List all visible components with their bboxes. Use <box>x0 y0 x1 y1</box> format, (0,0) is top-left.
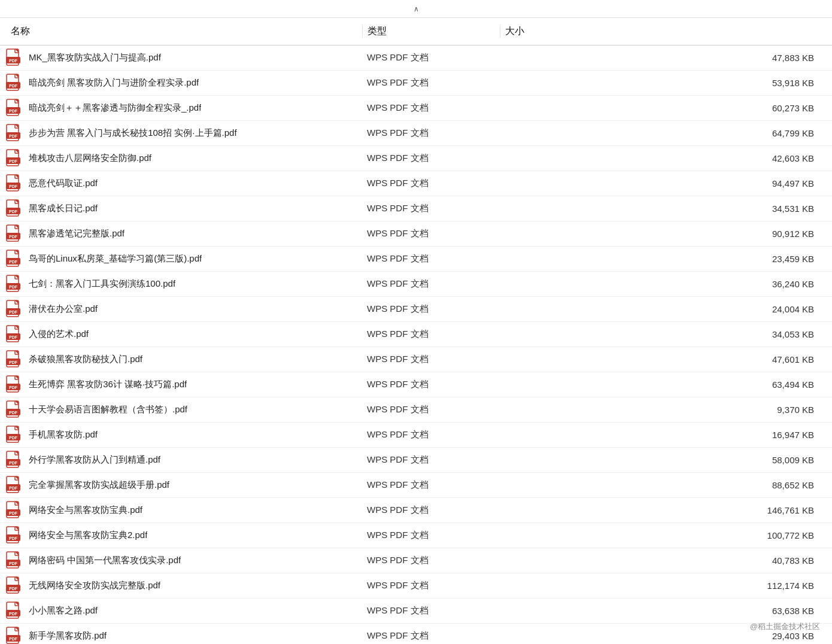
file-size: 60,273 KB <box>500 103 826 113</box>
file-name: 黑客成长日记.pdf <box>29 203 98 214</box>
file-size: 9,370 KB <box>500 405 826 415</box>
table-row[interactable]: PDF 堆栈攻击八层网络安全防御.pdf WPS PDF 文档 42,603 K… <box>0 146 832 171</box>
svg-text:PDF: PDF <box>9 385 18 390</box>
file-type: WPS PDF 文档 <box>362 153 500 164</box>
table-row[interactable]: PDF 网络安全与黑客攻防宝典2.pdf WPS PDF 文档 100,772 … <box>0 523 832 548</box>
file-type: WPS PDF 文档 <box>362 228 500 239</box>
table-row[interactable]: PDF 外行学黑客攻防从入门到精通.pdf WPS PDF 文档 58,009 … <box>0 448 832 473</box>
file-list: PDF MK_黑客攻防实战入门与提高.pdf WPS PDF 文档 47,883… <box>0 45 832 644</box>
table-row[interactable]: PDF 十天学会易语言图解教程（含书签）.pdf WPS PDF 文档 9,37… <box>0 397 832 423</box>
svg-text:PDF: PDF <box>9 436 18 440</box>
file-name: 步步为营 黑客入门与成长秘技108招 实例·上手篇.pdf <box>29 127 237 139</box>
pdf-icon: PDF <box>6 250 23 269</box>
table-row[interactable]: PDF 入侵的艺术.pdf WPS PDF 文档 34,053 KB <box>0 322 832 347</box>
file-size: 40,783 KB <box>500 555 826 566</box>
table-row[interactable]: PDF 黑客渗透笔记完整版.pdf WPS PDF 文档 90,912 KB <box>0 221 832 247</box>
file-name: 网络安全与黑客攻防宝典.pdf <box>29 505 142 516</box>
file-type: WPS PDF 文档 <box>362 203 500 214</box>
file-name: 十天学会易语言图解教程（含书签）.pdf <box>29 404 187 415</box>
pdf-icon: PDF <box>6 602 23 621</box>
file-type: WPS PDF 文档 <box>362 278 500 290</box>
table-row[interactable]: PDF 恶意代码取证.pdf WPS PDF 文档 94,497 KB <box>0 171 832 196</box>
pdf-icon: PDF <box>6 275 23 294</box>
table-row[interactable]: PDF 手机黑客攻防.pdf WPS PDF 文档 16,947 KB <box>0 423 832 448</box>
file-type: WPS PDF 文档 <box>362 454 500 466</box>
header-type-col[interactable]: 类型 <box>362 25 500 38</box>
pdf-icon: PDF <box>6 199 23 218</box>
table-row[interactable]: PDF MK_黑客攻防实战入门与提高.pdf WPS PDF 文档 47,883… <box>0 45 832 71</box>
file-name: 恶意代码取证.pdf <box>29 178 98 189</box>
svg-text:PDF: PDF <box>9 511 18 515</box>
svg-text:PDF: PDF <box>9 134 18 138</box>
pdf-icon: PDF <box>6 99 23 118</box>
svg-text:PDF: PDF <box>9 587 18 591</box>
pdf-icon: PDF <box>6 350 23 369</box>
svg-text:PDF: PDF <box>9 612 18 616</box>
pdf-icon: PDF <box>6 551 23 570</box>
file-name: 网络密码 中国第一代黑客攻伐实录.pdf <box>29 555 181 566</box>
file-name-cell: PDF 暗战亮剑＋＋黑客渗透与防御全程实录_.pdf <box>6 99 362 118</box>
file-size: 94,497 KB <box>500 178 826 189</box>
svg-text:PDF: PDF <box>9 184 18 189</box>
file-size: 146,761 KB <box>500 505 826 515</box>
table-row[interactable]: PDF 潜伏在办公室.pdf WPS PDF 文档 24,004 KB <box>0 297 832 322</box>
file-type: WPS PDF 文档 <box>362 555 500 566</box>
file-name-cell: PDF 完全掌握黑客攻防实战超级手册.pdf <box>6 476 362 495</box>
pdf-icon: PDF <box>6 426 23 445</box>
table-row[interactable]: PDF 新手学黑客攻防.pdf WPS PDF 文档 29,403 KB <box>0 624 832 644</box>
file-size: 36,240 KB <box>500 279 826 289</box>
file-name-cell: PDF 新手学黑客攻防.pdf <box>6 627 362 645</box>
pdf-icon: PDF <box>6 375 23 394</box>
pdf-icon: PDF <box>6 149 23 168</box>
table-row[interactable]: PDF 暗战亮剑＋＋黑客渗透与防御全程实录_.pdf WPS PDF 文档 60… <box>0 96 832 121</box>
file-size: 112,174 KB <box>500 581 826 591</box>
file-name: 网络安全与黑客攻防宝典2.pdf <box>29 530 147 541</box>
svg-text:PDF: PDF <box>9 159 18 163</box>
table-row[interactable]: PDF 完全掌握黑客攻防实战超级手册.pdf WPS PDF 文档 88,652… <box>0 473 832 498</box>
pdf-icon: PDF <box>6 325 23 344</box>
pdf-icon: PDF <box>6 48 23 68</box>
svg-text:PDF: PDF <box>9 285 18 289</box>
svg-text:PDF: PDF <box>9 109 18 113</box>
table-row[interactable]: PDF 生死博弈 黑客攻防36计 谋略·技巧篇.pdf WPS PDF 文档 6… <box>0 372 832 397</box>
file-name: 新手学黑客攻防.pdf <box>29 630 107 642</box>
file-name: 手机黑客攻防.pdf <box>29 429 98 441</box>
file-size: 29,403 KB <box>500 631 826 641</box>
svg-text:PDF: PDF <box>9 360 18 364</box>
file-type: WPS PDF 文档 <box>362 605 500 616</box>
table-row[interactable]: PDF 鸟哥的Linux私房菜_基础学习篇(第三版).pdf WPS PDF 文… <box>0 247 832 272</box>
table-row[interactable]: PDF 暗战亮剑 黑客攻防入门与进阶全程实录.pdf WPS PDF 文档 53… <box>0 71 832 96</box>
table-row[interactable]: PDF 黑客成长日记.pdf WPS PDF 文档 34,531 KB <box>0 196 832 221</box>
file-size: 34,531 KB <box>500 203 826 214</box>
svg-text:PDF: PDF <box>9 486 18 490</box>
file-type: WPS PDF 文档 <box>362 379 500 390</box>
table-row[interactable]: PDF 小小黑客之路.pdf WPS PDF 文档 63,638 KB <box>0 599 832 624</box>
file-type: WPS PDF 文档 <box>362 303 500 315</box>
file-name: 入侵的艺术.pdf <box>29 329 89 340</box>
svg-text:PDF: PDF <box>9 235 18 239</box>
table-row[interactable]: PDF 七剑：黑客入门工具实例演练100.pdf WPS PDF 文档 36,2… <box>0 272 832 297</box>
table-row[interactable]: PDF 无线网络安全攻防实战完整版.pdf WPS PDF 文档 112,174… <box>0 573 832 599</box>
file-size: 64,799 KB <box>500 128 826 138</box>
file-size: 47,883 KB <box>500 53 826 63</box>
header-name-col[interactable]: 名称 <box>6 25 362 38</box>
svg-text:PDF: PDF <box>9 536 18 540</box>
svg-text:PDF: PDF <box>9 461 18 465</box>
svg-text:PDF: PDF <box>9 310 18 314</box>
pdf-icon: PDF <box>6 476 23 495</box>
file-name-cell: PDF 网络密码 中国第一代黑客攻伐实录.pdf <box>6 551 362 570</box>
file-name-cell: PDF 鸟哥的Linux私房菜_基础学习篇(第三版).pdf <box>6 250 362 269</box>
table-row[interactable]: PDF 网络密码 中国第一代黑客攻伐实录.pdf WPS PDF 文档 40,7… <box>0 548 832 573</box>
header-size-col[interactable]: 大小 <box>500 25 826 38</box>
table-row[interactable]: PDF 步步为营 黑客入门与成长秘技108招 实例·上手篇.pdf WPS PD… <box>0 121 832 146</box>
table-row[interactable]: PDF 网络安全与黑客攻防宝典.pdf WPS PDF 文档 146,761 K… <box>0 498 832 523</box>
file-type: WPS PDF 文档 <box>362 102 500 114</box>
file-name-cell: PDF 黑客渗透笔记完整版.pdf <box>6 224 362 244</box>
watermark-text: @稻土掘金技术社区 <box>750 621 820 632</box>
file-size: 58,009 KB <box>500 455 826 465</box>
file-type: WPS PDF 文档 <box>362 505 500 516</box>
table-row[interactable]: PDF 杀破狼黑客攻防秘技入门.pdf WPS PDF 文档 47,601 KB <box>0 347 832 372</box>
pdf-icon: PDF <box>6 627 23 645</box>
file-name: 生死博弈 黑客攻防36计 谋略·技巧篇.pdf <box>29 379 187 390</box>
file-type: WPS PDF 文档 <box>362 630 500 642</box>
